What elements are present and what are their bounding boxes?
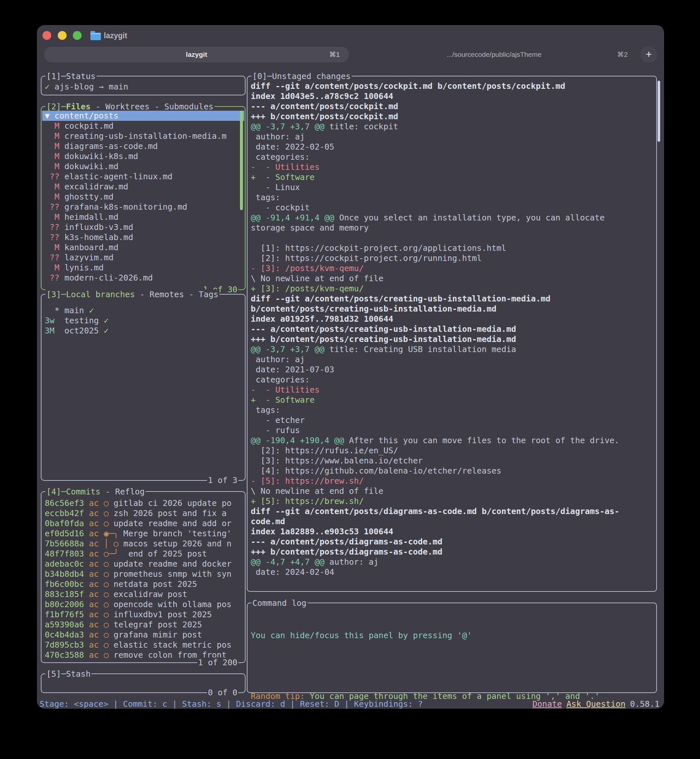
branch-row[interactable]: * main ✓	[45, 305, 243, 316]
file-row[interactable]: M heimdall.md	[45, 212, 243, 222]
panel-number: [1]	[46, 72, 61, 81]
panel-diff-title: [0]─Unstaged changes	[252, 71, 352, 81]
tab-lazygit[interactable]: lazygit ⌘1	[44, 47, 349, 63]
diff-line: [2]: https://rufus.ie/en_US/	[251, 446, 654, 455]
minimize-button[interactable]	[58, 31, 67, 40]
commit-row[interactable]: 883c185f ac ○ excalidraw post	[45, 589, 243, 599]
tab-status[interactable]: Status	[66, 72, 95, 81]
tab-reflog[interactable]: - Reflog	[100, 487, 145, 496]
file-row[interactable]: ?? grafana-k8s-monitoring.md	[45, 202, 243, 212]
commit-row[interactable]: 0baf0fda ac ○ update readme and add or	[45, 518, 243, 529]
commit-row[interactable]: a59390a6 ac ○ telegraf post 2025	[45, 620, 243, 630]
tab-commits[interactable]: Commits	[66, 487, 100, 496]
diff-line: date: 2024-02-04	[251, 567, 654, 577]
file-row[interactable]: M lynis.md	[45, 263, 243, 273]
title-separator: ─	[267, 72, 272, 81]
diff-line: index 1d043e5..a78c9c2 100644	[251, 91, 654, 101]
tab-local-branches[interactable]: Local branches	[66, 290, 135, 299]
files-scrollbar[interactable]	[240, 111, 243, 210]
panel-branches-title: [3]─Local branches - Remotes - Tags	[45, 290, 219, 299]
file-row[interactable]: M dokuwiki.md	[45, 161, 243, 171]
commit-row[interactable]: 48f7f803 ac ○─╯ end of 2025 post	[45, 549, 243, 559]
commit-row[interactable]: 7b56688a ac │ ○ macos setup 2026 and n	[45, 538, 243, 549]
panel-number: [3]	[46, 290, 61, 299]
branch-row[interactable]: 3w testing ✓	[45, 316, 243, 326]
diff-line: diff --git a/content/posts/cockpit.md b/…	[251, 81, 654, 91]
files-list: M cockpit.md M creating-usb-installation…	[45, 121, 243, 283]
donate-link[interactable]: Donate	[533, 699, 562, 709]
tab-remotes-tags[interactable]: - Remotes - Tags	[135, 290, 219, 299]
file-row[interactable]: M excalidraw.md	[45, 182, 243, 192]
check-icon: ✓	[45, 82, 50, 91]
diff-content: diff --git a/content/posts/cockpit.md b/…	[251, 81, 654, 577]
file-row[interactable]: M creating-usb-installation-media.m	[45, 131, 243, 141]
diff-line: [1]: https://cockpit-project.org/applica…	[251, 243, 654, 253]
file-row[interactable]: ?? influxdb-v3.md	[45, 222, 243, 232]
tab-files[interactable]: Files	[66, 102, 91, 111]
diff-line: - [3]: /posts/kvm-qemu/	[251, 263, 654, 273]
panel-files-title: [2]─Files - Worktrees - Submodules	[45, 102, 214, 112]
ask-question-link[interactable]: Ask Question	[566, 699, 625, 709]
file-row[interactable]: M kanboard.md	[45, 243, 243, 252]
file-row[interactable]: ?? elastic-agent-linux.md	[45, 171, 243, 182]
panel-number: [4]	[46, 487, 61, 496]
commit-row[interactable]: adebac0c ac ○ update readme and docker	[45, 559, 243, 569]
diff-line: [2]: https://cockpit-project.org/running…	[251, 253, 654, 263]
commit-row[interactable]: f1bf76f5 ac ○ influxdbv1 post 2025	[45, 609, 243, 620]
tab-stash[interactable]: Stash	[66, 669, 91, 679]
panel-branches[interactable]: [3]─Local branches - Remotes - Tags * ma…	[41, 294, 245, 481]
zoom-button[interactable]	[73, 31, 81, 40]
diff-line: - - Utilities	[251, 162, 654, 172]
diff-line: + - Software	[251, 395, 654, 405]
tab-lazygit-label: lazygit	[44, 47, 349, 63]
commit-row[interactable]: eccbb42f ac ○ zsh 2026 post and fix a	[45, 508, 243, 518]
file-row[interactable]: ?? lazyvim.md	[45, 252, 243, 263]
version-label: 0.58.1	[630, 699, 659, 709]
branch-row[interactable]: 3M oct2025 ✓	[45, 326, 243, 336]
file-row[interactable]: M diagrams-as-code.md	[45, 141, 243, 151]
tab-unstaged-changes: Unstaged changes	[272, 72, 351, 81]
panel-commits-title: [4]─Commits - Reflog	[45, 487, 145, 497]
file-row[interactable]: M cockpit.md	[45, 121, 243, 131]
commit-row[interactable]: ef0d5d16 ac ◉─╮ Merge branch 'testing'	[45, 529, 243, 538]
commit-row[interactable]: 7d895cb3 ac ○ elastic stack metric pos	[45, 640, 243, 650]
title-separator: ─	[61, 72, 66, 81]
branches-count: 1 of 3	[207, 475, 238, 485]
file-row[interactable]: ?? modern-cli-2026.md	[45, 273, 243, 283]
commit-row[interactable]: fb6c00bc ac ○ netdata post 2025	[45, 579, 243, 589]
commit-row[interactable]: 86c56ef3 ac ○ gitlab ci 2026 update po	[45, 498, 243, 508]
panel-status[interactable]: [1]─Status ✓ ajs-blog → main	[41, 76, 245, 95]
tab-ajstheme[interactable]: .../sourcecode/public/ajsTheme ⌘2	[363, 47, 625, 63]
panel-files[interactable]: [2]─Files - Worktrees - Submodules ▼ con…	[41, 106, 245, 290]
keybindings-hints: Stage: <space> | Commit: c | Stash: s | …	[39, 699, 423, 709]
diff-line: - Linux	[251, 182, 654, 192]
file-row[interactable]: M dokuwiki-k8s.md	[45, 151, 243, 161]
commit-row[interactable]: 0c4b4da3 ac ○ grafana mimir post	[45, 630, 243, 640]
diff-line: [4]: https://github.com/balena-io/etcher…	[251, 466, 654, 476]
diff-line: index a01925f..7981d32 100644	[251, 314, 654, 324]
tab-ajstheme-shortcut: ⌘2	[617, 47, 628, 63]
title-separator: ─	[61, 102, 66, 111]
panel-commits[interactable]: [4]─Commits - Reflog 86c56ef3 ac ○ gitla…	[41, 491, 245, 663]
panel-stash[interactable]: [5]─Stash 0 of 0	[41, 673, 245, 693]
selected-file-row[interactable]: ▼ content/posts	[42, 111, 244, 121]
diff-line: +++ b/content/posts/creating-usb-install…	[251, 334, 654, 344]
close-button[interactable]	[42, 31, 51, 40]
diff-line: - etcher	[251, 415, 654, 425]
commit-row[interactable]: b80c2006 ac ○ opencode with ollama pos	[45, 599, 243, 609]
panel-unstaged-changes[interactable]: [0]─Unstaged changes diff --git a/conten…	[247, 76, 657, 592]
panel-command-log[interactable]: Command log You can hide/focus this pane…	[247, 603, 657, 693]
diff-line: b/content/posts/creating-usb-installatio…	[251, 304, 654, 314]
diff-line: --- a/content/posts/creating-usb-install…	[251, 324, 654, 334]
diff-line: index 1a82889..e903c53 100644	[251, 526, 654, 537]
file-row[interactable]: ?? k3s-homelab.md	[45, 232, 243, 243]
panel-number: [2]	[46, 102, 61, 111]
commit-row[interactable]: b34b8db4 ac ○ prometheus snmp with syn	[45, 569, 243, 579]
new-tab-button[interactable]: +	[640, 46, 657, 63]
diff-line: code.md	[251, 516, 654, 526]
diff-scrollbar[interactable]	[658, 81, 660, 142]
diff-line: date: 2022-02-05	[251, 142, 654, 152]
tab-worktrees-submodules[interactable]: - Worktrees - Submodules	[91, 102, 213, 111]
status-line[interactable]: ✓ ajs-blog → main	[45, 81, 128, 92]
file-row[interactable]: M ghostty.md	[45, 192, 243, 202]
